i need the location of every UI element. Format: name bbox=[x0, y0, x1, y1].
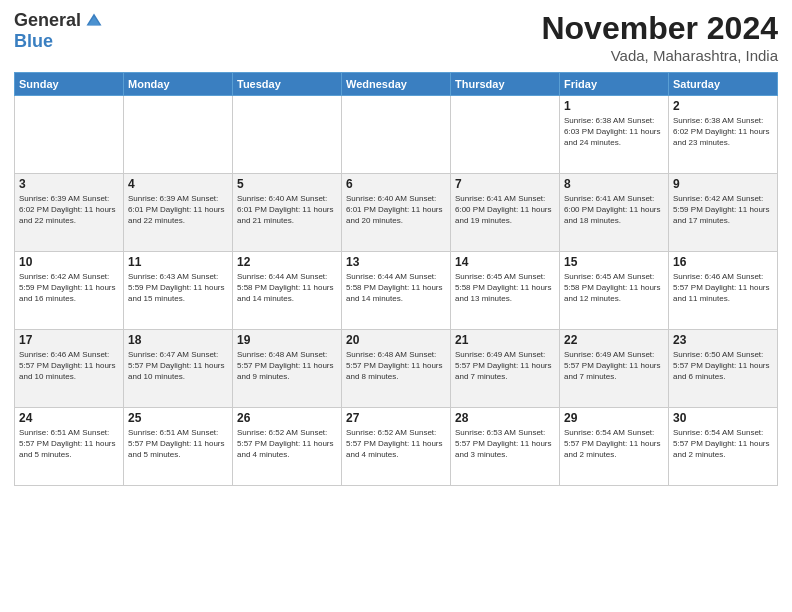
calendar-cell-w3-d5: 14Sunrise: 6:45 AM Sunset: 5:58 PM Dayli… bbox=[451, 252, 560, 330]
day-info: Sunrise: 6:45 AM Sunset: 5:58 PM Dayligh… bbox=[564, 271, 664, 305]
day-number: 25 bbox=[128, 411, 228, 425]
calendar-cell-w4-d1: 17Sunrise: 6:46 AM Sunset: 5:57 PM Dayli… bbox=[15, 330, 124, 408]
calendar-cell-w5-d4: 27Sunrise: 6:52 AM Sunset: 5:57 PM Dayli… bbox=[342, 408, 451, 486]
page-container: General Blue November 2024 Vada, Maharas… bbox=[0, 0, 792, 492]
day-number: 3 bbox=[19, 177, 119, 191]
day-number: 30 bbox=[673, 411, 773, 425]
calendar-cell-w5-d2: 25Sunrise: 6:51 AM Sunset: 5:57 PM Dayli… bbox=[124, 408, 233, 486]
calendar-cell-w4-d6: 22Sunrise: 6:49 AM Sunset: 5:57 PM Dayli… bbox=[560, 330, 669, 408]
day-number: 11 bbox=[128, 255, 228, 269]
day-info: Sunrise: 6:46 AM Sunset: 5:57 PM Dayligh… bbox=[19, 349, 119, 383]
day-info: Sunrise: 6:50 AM Sunset: 5:57 PM Dayligh… bbox=[673, 349, 773, 383]
day-number: 10 bbox=[19, 255, 119, 269]
calendar-cell-w2-d1: 3Sunrise: 6:39 AM Sunset: 6:02 PM Daylig… bbox=[15, 174, 124, 252]
day-info: Sunrise: 6:54 AM Sunset: 5:57 PM Dayligh… bbox=[673, 427, 773, 461]
calendar-week-4: 17Sunrise: 6:46 AM Sunset: 5:57 PM Dayli… bbox=[15, 330, 778, 408]
day-info: Sunrise: 6:40 AM Sunset: 6:01 PM Dayligh… bbox=[237, 193, 337, 227]
day-number: 15 bbox=[564, 255, 664, 269]
logo-general-text: General bbox=[14, 10, 81, 31]
calendar-cell-w2-d7: 9Sunrise: 6:42 AM Sunset: 5:59 PM Daylig… bbox=[669, 174, 778, 252]
calendar-cell-w2-d2: 4Sunrise: 6:39 AM Sunset: 6:01 PM Daylig… bbox=[124, 174, 233, 252]
logo-blue-text: Blue bbox=[14, 31, 53, 52]
calendar-cell-w5-d3: 26Sunrise: 6:52 AM Sunset: 5:57 PM Dayli… bbox=[233, 408, 342, 486]
calendar-cell-w1-d6: 1Sunrise: 6:38 AM Sunset: 6:03 PM Daylig… bbox=[560, 96, 669, 174]
header-monday: Monday bbox=[124, 73, 233, 96]
day-info: Sunrise: 6:40 AM Sunset: 6:01 PM Dayligh… bbox=[346, 193, 446, 227]
calendar-week-1: 1Sunrise: 6:38 AM Sunset: 6:03 PM Daylig… bbox=[15, 96, 778, 174]
calendar-cell-w4-d7: 23Sunrise: 6:50 AM Sunset: 5:57 PM Dayli… bbox=[669, 330, 778, 408]
day-number: 1 bbox=[564, 99, 664, 113]
calendar-cell-w1-d7: 2Sunrise: 6:38 AM Sunset: 6:02 PM Daylig… bbox=[669, 96, 778, 174]
calendar-cell-w1-d5 bbox=[451, 96, 560, 174]
day-number: 20 bbox=[346, 333, 446, 347]
day-info: Sunrise: 6:41 AM Sunset: 6:00 PM Dayligh… bbox=[564, 193, 664, 227]
day-number: 6 bbox=[346, 177, 446, 191]
day-info: Sunrise: 6:39 AM Sunset: 6:02 PM Dayligh… bbox=[19, 193, 119, 227]
day-number: 13 bbox=[346, 255, 446, 269]
day-number: 21 bbox=[455, 333, 555, 347]
calendar-cell-w1-d3 bbox=[233, 96, 342, 174]
calendar-cell-w3-d4: 13Sunrise: 6:44 AM Sunset: 5:58 PM Dayli… bbox=[342, 252, 451, 330]
header: General Blue November 2024 Vada, Maharas… bbox=[14, 10, 778, 64]
day-info: Sunrise: 6:38 AM Sunset: 6:02 PM Dayligh… bbox=[673, 115, 773, 149]
day-info: Sunrise: 6:54 AM Sunset: 5:57 PM Dayligh… bbox=[564, 427, 664, 461]
calendar-cell-w4-d2: 18Sunrise: 6:47 AM Sunset: 5:57 PM Dayli… bbox=[124, 330, 233, 408]
calendar-cell-w1-d2 bbox=[124, 96, 233, 174]
title-block: November 2024 Vada, Maharashtra, India bbox=[541, 10, 778, 64]
header-friday: Friday bbox=[560, 73, 669, 96]
calendar-week-2: 3Sunrise: 6:39 AM Sunset: 6:02 PM Daylig… bbox=[15, 174, 778, 252]
day-info: Sunrise: 6:47 AM Sunset: 5:57 PM Dayligh… bbox=[128, 349, 228, 383]
day-info: Sunrise: 6:51 AM Sunset: 5:57 PM Dayligh… bbox=[19, 427, 119, 461]
calendar-cell-w2-d6: 8Sunrise: 6:41 AM Sunset: 6:00 PM Daylig… bbox=[560, 174, 669, 252]
calendar-header-row: Sunday Monday Tuesday Wednesday Thursday… bbox=[15, 73, 778, 96]
day-number: 12 bbox=[237, 255, 337, 269]
day-number: 17 bbox=[19, 333, 119, 347]
calendar-cell-w2-d3: 5Sunrise: 6:40 AM Sunset: 6:01 PM Daylig… bbox=[233, 174, 342, 252]
day-number: 8 bbox=[564, 177, 664, 191]
day-info: Sunrise: 6:45 AM Sunset: 5:58 PM Dayligh… bbox=[455, 271, 555, 305]
day-info: Sunrise: 6:44 AM Sunset: 5:58 PM Dayligh… bbox=[346, 271, 446, 305]
calendar-cell-w3-d1: 10Sunrise: 6:42 AM Sunset: 5:59 PM Dayli… bbox=[15, 252, 124, 330]
header-thursday: Thursday bbox=[451, 73, 560, 96]
day-number: 16 bbox=[673, 255, 773, 269]
day-number: 26 bbox=[237, 411, 337, 425]
calendar-week-5: 24Sunrise: 6:51 AM Sunset: 5:57 PM Dayli… bbox=[15, 408, 778, 486]
day-number: 22 bbox=[564, 333, 664, 347]
day-info: Sunrise: 6:48 AM Sunset: 5:57 PM Dayligh… bbox=[237, 349, 337, 383]
header-wednesday: Wednesday bbox=[342, 73, 451, 96]
header-sunday: Sunday bbox=[15, 73, 124, 96]
day-info: Sunrise: 6:42 AM Sunset: 5:59 PM Dayligh… bbox=[19, 271, 119, 305]
day-number: 14 bbox=[455, 255, 555, 269]
location-title: Vada, Maharashtra, India bbox=[541, 47, 778, 64]
day-info: Sunrise: 6:41 AM Sunset: 6:00 PM Dayligh… bbox=[455, 193, 555, 227]
day-info: Sunrise: 6:46 AM Sunset: 5:57 PM Dayligh… bbox=[673, 271, 773, 305]
day-info: Sunrise: 6:49 AM Sunset: 5:57 PM Dayligh… bbox=[455, 349, 555, 383]
day-number: 24 bbox=[19, 411, 119, 425]
day-number: 2 bbox=[673, 99, 773, 113]
calendar-cell-w4-d5: 21Sunrise: 6:49 AM Sunset: 5:57 PM Dayli… bbox=[451, 330, 560, 408]
calendar-cell-w3-d6: 15Sunrise: 6:45 AM Sunset: 5:58 PM Dayli… bbox=[560, 252, 669, 330]
calendar-cell-w5-d5: 28Sunrise: 6:53 AM Sunset: 5:57 PM Dayli… bbox=[451, 408, 560, 486]
logo: General Blue bbox=[14, 10, 103, 52]
day-number: 28 bbox=[455, 411, 555, 425]
header-tuesday: Tuesday bbox=[233, 73, 342, 96]
day-number: 27 bbox=[346, 411, 446, 425]
calendar-cell-w5-d1: 24Sunrise: 6:51 AM Sunset: 5:57 PM Dayli… bbox=[15, 408, 124, 486]
calendar-cell-w4-d3: 19Sunrise: 6:48 AM Sunset: 5:57 PM Dayli… bbox=[233, 330, 342, 408]
day-info: Sunrise: 6:53 AM Sunset: 5:57 PM Dayligh… bbox=[455, 427, 555, 461]
calendar-cell-w2-d4: 6Sunrise: 6:40 AM Sunset: 6:01 PM Daylig… bbox=[342, 174, 451, 252]
calendar-cell-w1-d4 bbox=[342, 96, 451, 174]
header-saturday: Saturday bbox=[669, 73, 778, 96]
day-info: Sunrise: 6:38 AM Sunset: 6:03 PM Dayligh… bbox=[564, 115, 664, 149]
day-info: Sunrise: 6:52 AM Sunset: 5:57 PM Dayligh… bbox=[237, 427, 337, 461]
day-info: Sunrise: 6:49 AM Sunset: 5:57 PM Dayligh… bbox=[564, 349, 664, 383]
calendar-cell-w4-d4: 20Sunrise: 6:48 AM Sunset: 5:57 PM Dayli… bbox=[342, 330, 451, 408]
day-info: Sunrise: 6:48 AM Sunset: 5:57 PM Dayligh… bbox=[346, 349, 446, 383]
calendar-table: Sunday Monday Tuesday Wednesday Thursday… bbox=[14, 72, 778, 486]
day-number: 7 bbox=[455, 177, 555, 191]
day-info: Sunrise: 6:39 AM Sunset: 6:01 PM Dayligh… bbox=[128, 193, 228, 227]
day-number: 9 bbox=[673, 177, 773, 191]
day-number: 18 bbox=[128, 333, 228, 347]
calendar-cell-w5-d6: 29Sunrise: 6:54 AM Sunset: 5:57 PM Dayli… bbox=[560, 408, 669, 486]
day-number: 29 bbox=[564, 411, 664, 425]
